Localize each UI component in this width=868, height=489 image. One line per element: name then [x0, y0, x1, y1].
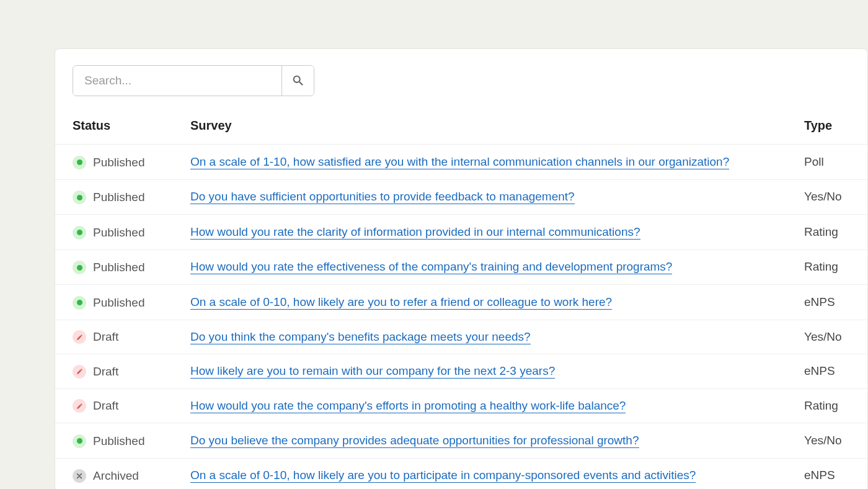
search-input[interactable]: [73, 66, 281, 96]
survey-link[interactable]: On a scale of 0-10, how likely are you t…: [190, 469, 696, 483]
surveys-card: Status Survey Type PublishedOn a scale o…: [55, 48, 868, 489]
surveys-table: Status Survey Type PublishedOn a scale o…: [55, 107, 867, 489]
table-row: PublishedOn a scale of 0-10, how likely …: [55, 285, 867, 320]
status-label: Published: [93, 261, 144, 274]
type-label: Rating: [804, 225, 838, 238]
status-label: Archived: [93, 469, 139, 483]
survey-link[interactable]: On a scale of 0-10, how likely are you t…: [190, 295, 612, 310]
search-icon: [291, 74, 305, 87]
status-cell: Published: [73, 191, 144, 204]
status-published-icon: [73, 226, 86, 240]
status-cell: Published: [73, 434, 144, 448]
status-label: Draft: [93, 365, 118, 379]
table-row: DraftDo you think the company's benefits…: [55, 320, 867, 354]
status-published-icon: [73, 156, 86, 169]
status-draft-icon: [73, 330, 86, 344]
status-label: Published: [93, 156, 144, 169]
table-row: PublishedOn a scale of 1-10, how satisfi…: [55, 145, 867, 180]
survey-link[interactable]: How would you rate the company's efforts…: [190, 399, 626, 413]
status-published-icon: [73, 296, 86, 310]
status-cell: Archived: [73, 469, 139, 483]
status-draft-icon: [73, 365, 86, 379]
type-label: Yes/No: [804, 190, 842, 203]
table-row: PublishedHow would you rate the clarity …: [55, 215, 867, 250]
survey-link[interactable]: How would you rate the effectiveness of …: [190, 260, 672, 274]
status-cell: Published: [73, 296, 144, 310]
col-header-type: Type: [787, 107, 867, 145]
status-cell: Published: [73, 156, 144, 169]
survey-link[interactable]: On a scale of 1-10, how satisfied are yo…: [190, 155, 729, 169]
table-row: DraftHow likely are you to remain with o…: [55, 354, 867, 389]
search-row: [55, 49, 867, 107]
type-label: Rating: [804, 399, 838, 412]
col-header-status: Status: [55, 107, 173, 145]
survey-link[interactable]: How would you rate the clarity of inform…: [190, 225, 640, 240]
status-draft-icon: [73, 399, 86, 413]
col-header-survey: Survey: [173, 107, 787, 145]
table-row: ArchivedOn a scale of 0-10, how likely a…: [55, 458, 867, 489]
type-label: eNPS: [804, 295, 835, 308]
status-cell: Draft: [73, 399, 118, 413]
status-cell: Draft: [73, 330, 118, 344]
status-label: Published: [93, 434, 144, 448]
type-label: Poll: [804, 155, 824, 168]
survey-link[interactable]: Do you think the company's benefits pack…: [190, 330, 531, 344]
table-row: PublishedDo you have sufficient opportun…: [55, 179, 867, 215]
status-label: Draft: [93, 399, 118, 413]
survey-link[interactable]: How likely are you to remain with our co…: [190, 364, 555, 379]
type-label: eNPS: [804, 469, 835, 482]
status-label: Published: [93, 191, 144, 204]
survey-link[interactable]: Do you believe the company provides adeq…: [190, 434, 639, 448]
type-label: eNPS: [804, 364, 835, 377]
status-cell: Draft: [73, 365, 118, 379]
search-group: [73, 65, 314, 96]
table-row: PublishedHow would you rate the effectiv…: [55, 249, 867, 285]
status-published-icon: [73, 434, 86, 448]
type-label: Yes/No: [804, 434, 842, 447]
table-row: PublishedDo you believe the company prov…: [55, 423, 867, 459]
status-label: Draft: [93, 330, 118, 344]
status-archived-icon: [73, 469, 86, 483]
search-button[interactable]: [281, 66, 314, 96]
status-label: Published: [93, 226, 144, 240]
status-cell: Published: [73, 261, 144, 274]
type-label: Rating: [804, 260, 838, 273]
status-published-icon: [73, 261, 86, 274]
status-cell: Published: [73, 226, 144, 240]
survey-link[interactable]: Do you have sufficient opportunities to …: [190, 190, 575, 204]
status-published-icon: [73, 191, 86, 204]
type-label: Yes/No: [804, 330, 842, 343]
table-row: DraftHow would you rate the company's ef…: [55, 388, 867, 423]
status-label: Published: [93, 296, 144, 310]
